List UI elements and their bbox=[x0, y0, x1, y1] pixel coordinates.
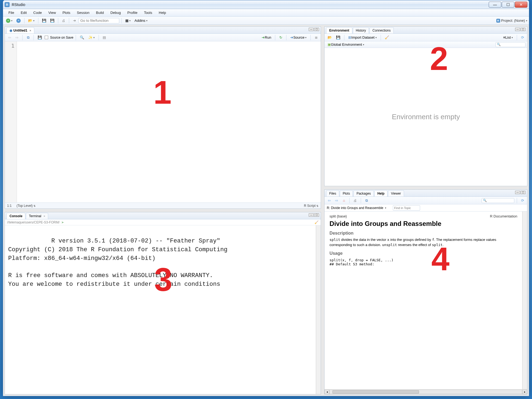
wand-icon: ✨ bbox=[88, 35, 93, 39]
tab-connections[interactable]: Connections bbox=[369, 27, 394, 33]
notebook-button[interactable]: ▤ bbox=[101, 35, 107, 41]
help-back-button[interactable]: ⇦ bbox=[326, 198, 332, 204]
help-topic-title[interactable]: R: Divide into Groups and Reassemble bbox=[327, 206, 383, 210]
scope-selector[interactable]: (Top Level) ⇅ bbox=[17, 204, 36, 208]
save-icon: 💾 bbox=[38, 35, 42, 39]
menu-view[interactable]: View bbox=[45, 10, 59, 16]
path-go-icon[interactable]: ➤ bbox=[61, 220, 64, 224]
clear-env-button[interactable]: 🧹 bbox=[383, 35, 390, 41]
save-workspace-button[interactable]: 💾 bbox=[335, 35, 342, 41]
menu-code[interactable]: Code bbox=[30, 10, 45, 16]
scroll-left-button[interactable]: ◂ bbox=[325, 390, 329, 394]
source-tabbar: ◉ Untitled1 × — ☐ bbox=[5, 27, 321, 34]
save-all-button[interactable]: 💾 bbox=[49, 18, 56, 24]
open-file-button[interactable]: 📂 bbox=[27, 18, 36, 24]
save-button[interactable]: 💾 bbox=[36, 35, 43, 41]
console-scrollbar[interactable] bbox=[316, 225, 321, 394]
menu-profile[interactable]: Profile bbox=[124, 10, 141, 16]
menu-file[interactable]: File bbox=[5, 10, 17, 16]
goto-button[interactable]: ➜ bbox=[71, 18, 77, 24]
console-output[interactable]: R version 3.5.1 (2018-07-02) -- "Feather… bbox=[5, 225, 316, 394]
close-button[interactable]: ✕ bbox=[515, 2, 527, 8]
help-print-button[interactable]: 🖨 bbox=[352, 198, 358, 204]
help-refresh-button[interactable]: ⟳ bbox=[519, 198, 525, 204]
help-search-input[interactable]: 🔍 bbox=[482, 198, 514, 203]
load-workspace-button[interactable]: 📂 bbox=[326, 35, 333, 41]
help-popout-button[interactable]: ⧉ bbox=[363, 198, 369, 204]
plus-r-icon: + bbox=[16, 19, 21, 23]
goto-input[interactable] bbox=[78, 18, 119, 23]
clear-console-icon[interactable]: 🧹 bbox=[314, 220, 319, 224]
help-scrollbar[interactable] bbox=[522, 211, 527, 389]
pane-maximize-button[interactable]: ☐ bbox=[314, 28, 319, 31]
help-home-button[interactable]: ⌂ bbox=[341, 198, 347, 204]
tab-history[interactable]: History bbox=[353, 27, 369, 33]
tab-packages[interactable]: Packages bbox=[353, 190, 374, 197]
editor-body[interactable]: 1 1 bbox=[5, 41, 321, 202]
project-selector[interactable]: R Project: (None) ▾ bbox=[496, 19, 527, 23]
popout-button[interactable]: ⧉ bbox=[25, 35, 31, 41]
close-icon[interactable]: × bbox=[44, 214, 45, 218]
help-content[interactable]: split {base} R Documentation Divide into… bbox=[325, 211, 522, 389]
new-project-button[interactable]: + bbox=[15, 18, 22, 24]
print-button[interactable]: 🖨 bbox=[60, 18, 67, 24]
back-button[interactable]: ⇦ bbox=[7, 35, 13, 41]
save-button[interactable]: 💾 bbox=[41, 18, 48, 24]
run-button[interactable]: ➔ Run bbox=[260, 35, 273, 41]
find-in-topic-input[interactable] bbox=[393, 205, 420, 211]
arrow-right-icon: ⇨ bbox=[335, 198, 338, 202]
refresh-button[interactable]: ⟳ bbox=[519, 35, 525, 41]
tab-environment[interactable]: Environment bbox=[326, 27, 352, 33]
panes-button[interactable]: ▦ bbox=[124, 18, 132, 24]
menu-help[interactable]: Help bbox=[155, 10, 169, 16]
pane-maximize-button[interactable]: ☐ bbox=[314, 213, 319, 217]
menu-plots[interactable]: Plots bbox=[59, 10, 74, 16]
folder-open-icon: 📂 bbox=[328, 35, 332, 39]
wand-button[interactable]: ✨ bbox=[87, 35, 96, 41]
forward-button[interactable]: ⇨ bbox=[14, 35, 20, 41]
menu-build[interactable]: Build bbox=[93, 10, 107, 16]
tab-help[interactable]: Help bbox=[374, 190, 387, 197]
tab-console[interactable]: Console bbox=[7, 213, 25, 219]
console-text: R version 3.5.1 (2018-07-02) -- "Feather… bbox=[8, 238, 227, 288]
menu-session[interactable]: Session bbox=[74, 10, 93, 16]
import-dataset-button[interactable]: ⊞ Import Dataset bbox=[347, 35, 378, 41]
scroll-thumb[interactable] bbox=[332, 390, 419, 394]
pane-minimize-button[interactable]: — bbox=[515, 191, 520, 194]
help-forward-button[interactable]: ⇨ bbox=[334, 198, 340, 204]
scroll-right-button[interactable]: ▸ bbox=[522, 390, 527, 394]
pane-maximize-button[interactable]: ☐ bbox=[521, 28, 525, 31]
menu-edit[interactable]: Edit bbox=[17, 10, 30, 16]
pane-minimize-button[interactable]: — bbox=[309, 213, 314, 217]
menu-tools[interactable]: Tools bbox=[141, 10, 155, 16]
addins-button[interactable]: Addins bbox=[133, 18, 149, 24]
pane-minimize-button[interactable]: — bbox=[515, 28, 520, 31]
rerun-button[interactable]: ↻ bbox=[278, 35, 284, 41]
source-on-save-checkbox[interactable] bbox=[45, 36, 48, 39]
find-button[interactable]: 🔍 bbox=[78, 35, 85, 41]
minimize-button[interactable]: — bbox=[489, 2, 501, 8]
pane-minimize-button[interactable]: — bbox=[309, 28, 314, 31]
env-scope-selector[interactable]: ▣ Global Environment bbox=[326, 42, 365, 48]
source-button[interactable]: ➜ Source bbox=[289, 35, 308, 41]
close-icon[interactable]: × bbox=[29, 29, 31, 32]
outline-button[interactable]: ≣ bbox=[313, 35, 319, 41]
tab-plots[interactable]: Plots bbox=[340, 190, 353, 197]
env-search-input[interactable]: 🔍 bbox=[496, 42, 525, 47]
editor-textarea[interactable] bbox=[17, 41, 321, 202]
separator bbox=[22, 35, 23, 40]
outline-icon: ≣ bbox=[315, 35, 318, 39]
tab-viewer[interactable]: Viewer bbox=[388, 190, 404, 197]
lang-selector[interactable]: R Script ⇅ bbox=[304, 204, 319, 208]
menu-debug[interactable]: Debug bbox=[107, 10, 124, 16]
new-file-button[interactable]: + bbox=[5, 18, 14, 24]
maximize-button[interactable]: ☐ bbox=[502, 2, 514, 8]
tab-terminal[interactable]: Terminal× bbox=[26, 213, 48, 219]
scroll-track[interactable] bbox=[329, 390, 522, 394]
search-icon: 🔍 bbox=[80, 35, 84, 39]
source-tab-untitled1[interactable]: ◉ Untitled1 × bbox=[7, 27, 34, 33]
help-hscrollbar[interactable]: ◂ ▸ bbox=[325, 389, 527, 394]
view-mode-button[interactable]: ≡ List bbox=[502, 35, 514, 41]
pane-maximize-button[interactable]: ☐ bbox=[521, 191, 525, 194]
tab-files[interactable]: Files bbox=[326, 190, 339, 197]
